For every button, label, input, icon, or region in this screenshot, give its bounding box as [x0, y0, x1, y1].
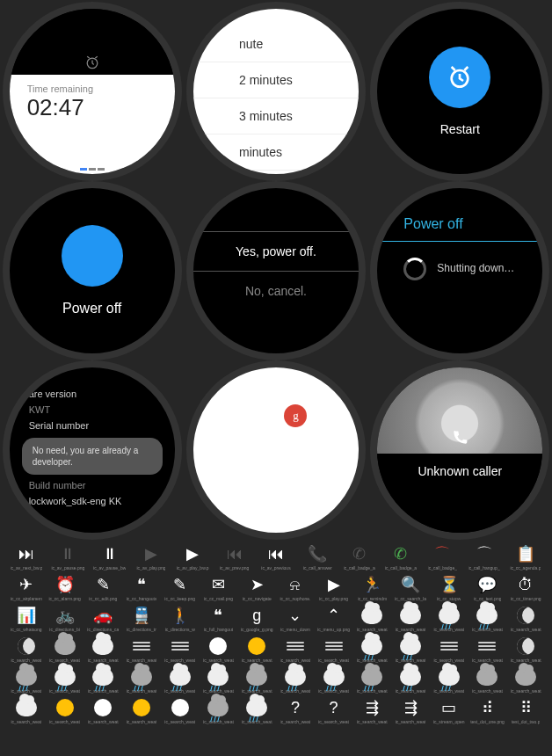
w-cloud2-icon[interactable]: ic_search_weat	[84, 636, 122, 663]
minute-option[interactable]: minutes	[193, 134, 359, 171]
google-badge[interactable]: g	[284, 404, 307, 427]
s9-icon[interactable]: ?ic_search_weat	[315, 697, 353, 724]
dot1-icon[interactable]: ⠾test_dot_one.png	[468, 697, 507, 724]
s3-icon[interactable]: ic_search_weat	[84, 697, 122, 724]
w-fog5-icon[interactable]: ic_search_weat	[430, 636, 468, 663]
r11-icon[interactable]: ic_search_weat	[391, 666, 430, 694]
hangout2-icon[interactable]: ❝ic_full_hangout	[200, 605, 238, 632]
shutdown-title: Power off	[377, 188, 542, 242]
s2-icon[interactable]: ic_search_weat	[46, 697, 84, 724]
w-moon2-icon[interactable]: ic_search_weat	[506, 636, 545, 663]
r12-icon[interactable]: ic_search_weat	[430, 666, 468, 694]
text-icon[interactable]: 💬ic_cc_text.png	[468, 574, 507, 601]
play-icon[interactable]: ▶ic_av_play_bw.p	[173, 543, 212, 571]
w-moon-icon[interactable]: ic_search_weat	[7, 636, 46, 663]
r4-icon[interactable]: ic_search_weat	[122, 666, 161, 694]
poweroff-button[interactable]	[62, 225, 123, 287]
call-badge-icon[interactable]: ✆ic_call_badge_a	[381, 543, 420, 571]
s8-icon[interactable]: ?ic_search_weat	[276, 697, 315, 724]
prev-icon[interactable]: ⏮ic_av_previous	[257, 543, 295, 571]
r6-icon[interactable]: ic_search_weat	[200, 666, 238, 694]
restart-button[interactable]	[429, 47, 490, 108]
call-badge-dim-icon[interactable]: ✆ic_call_badge_a	[340, 543, 379, 571]
confirm-yes-button[interactable]: Yes, power off.	[193, 231, 359, 272]
r13-icon[interactable]: ic_search_weat	[468, 666, 507, 694]
s1-icon[interactable]: ic_search_weat	[7, 697, 46, 724]
icon-filename: ic_cc_edit.png	[89, 596, 117, 601]
about-serial[interactable]: Serial number	[17, 417, 168, 434]
dot2-icon[interactable]: ⠿test_dot_two.p	[506, 697, 545, 724]
remind-icon[interactable]: 🏃ic_cc_remindm	[352, 574, 391, 601]
airplane-icon[interactable]: ✈ic_cc_airplanem	[7, 574, 46, 601]
r1-icon[interactable]: ic_search_weat	[7, 666, 46, 694]
s6-icon[interactable]: ic_search_weat	[200, 697, 238, 724]
w-fog6-icon[interactable]: ic_search_weat	[468, 636, 507, 663]
r10-icon[interactable]: ic_search_weat	[352, 666, 391, 694]
call-hangup-icon[interactable]: ⌒ic_call_badge_	[423, 543, 461, 571]
hangouts-icon[interactable]: ❝ic_cc_hangouts	[122, 574, 161, 601]
r3-icon[interactable]: ic_search_weat	[84, 666, 122, 694]
down-icon[interactable]: ⌄ic_menu_down	[276, 605, 315, 632]
agenda-icon[interactable]: 📋ic_cc_agenda.p	[506, 543, 545, 571]
transit-icon[interactable]: 🚆ic_directions_tr	[122, 605, 161, 632]
play-dim-icon[interactable]: ▶ic_av_play.png	[132, 543, 171, 571]
weather1-icon[interactable]: ic_search_weat	[352, 605, 391, 632]
whatsong-icon[interactable]: 📊ic_cc_whatsong	[7, 605, 46, 632]
edit-icon[interactable]: ✎ic_cc_edit.png	[84, 574, 122, 601]
alarm-icon[interactable]: ⏰ic_cc_alarm.png	[46, 574, 84, 601]
about-buildval[interactable]: lockwork_sdk-eng KK	[17, 492, 168, 510]
phone-icon[interactable]	[451, 429, 468, 447]
call-hangup-w-icon[interactable]: ⌒ic_call_hangup_	[465, 543, 504, 571]
r5-icon[interactable]: ic_search_weat	[161, 666, 200, 694]
stream-icon[interactable]: ▭ic_stream_open	[430, 697, 468, 724]
pause-icon[interactable]: ⏸ic_av_pause_bw	[91, 543, 129, 571]
r2-icon[interactable]: ic_search_weat	[46, 666, 84, 694]
weather3-icon[interactable]: ic_search_weat	[430, 605, 468, 632]
stopw-icon[interactable]: ⏳ic_cc_stopw	[430, 574, 468, 601]
wind2-icon[interactable]: ⇶ic_search_weat	[391, 697, 430, 724]
r14-icon[interactable]: ic_search_weat	[506, 666, 545, 694]
r8-icon[interactable]: ic_search_weat	[276, 666, 315, 694]
call-answer-icon[interactable]: 📞ic_call_answer	[298, 543, 337, 571]
keep-icon[interactable]: ✎ic_cc_keep.png	[161, 574, 200, 601]
w-circle-icon[interactable]: ic_search_weat	[200, 636, 238, 663]
w-fog4-icon[interactable]: ic_search_weat	[315, 636, 353, 663]
r9-icon[interactable]: ic_search_weat	[315, 666, 353, 694]
timer-icon[interactable]: ⏱ic_cc_timer.png	[506, 574, 545, 601]
w-cloud-icon[interactable]: ic_search_weat	[46, 636, 84, 663]
s4-icon[interactable]: ic_search_weat	[122, 697, 161, 724]
mail-icon[interactable]: ✉ic_cc_mail.png	[200, 574, 238, 601]
pause-dim-icon[interactable]: ⏸ic_av_pause.png	[48, 543, 87, 571]
play2-icon[interactable]: ▶ic_cc_play.png	[315, 574, 353, 601]
s7-icon[interactable]: ic_search_weat	[237, 697, 276, 724]
wind1-icon[interactable]: ⇶ic_search_weat	[352, 697, 391, 724]
search-icon[interactable]: 🔍ic_cc_search_la	[391, 574, 430, 601]
minute-option[interactable]: nute	[193, 26, 359, 62]
minute-option[interactable]: 2 minutes	[193, 62, 359, 98]
confirm-no-button[interactable]: No, cancel.	[193, 272, 359, 310]
weather4-icon[interactable]: ic_search_weat	[468, 605, 507, 632]
navigate-icon[interactable]: ➤ic_cc_navigate	[237, 574, 276, 601]
w-cr1-icon[interactable]: ic_search_weat	[352, 636, 391, 663]
nophone-icon[interactable]: ⍾ic_cc_nophone.	[276, 574, 315, 601]
w-fog-icon[interactable]: ic_search_weat	[122, 636, 161, 663]
google-icon[interactable]: gic_google_g.png	[237, 605, 276, 632]
w-sun-icon[interactable]: ic_search_weat	[237, 636, 276, 663]
s5-icon[interactable]: ic_search_weat	[161, 697, 200, 724]
r7-icon[interactable]: ic_search_weat	[237, 666, 276, 694]
next-icon[interactable]: ⏭ic_av_next_bw.p	[7, 543, 46, 571]
up-icon[interactable]: ⌃ic_menu_up.png	[315, 605, 353, 632]
prev-dim-icon[interactable]: ⏮ic_av_prev.png	[215, 543, 254, 571]
w-cr2-icon[interactable]: ic_search_weat	[391, 636, 430, 663]
w-fog3-icon[interactable]: ic_search_weat	[276, 636, 315, 663]
weather5-icon[interactable]: ic_search_weat	[506, 605, 545, 632]
car-icon[interactable]: 🚗ic_directions_ca	[84, 605, 122, 632]
watch-google[interactable]: g	[186, 360, 366, 540]
timer-card[interactable]: Time remaining 02:47	[10, 75, 175, 174]
w-fog2-icon[interactable]: ic_search_weat	[161, 636, 200, 663]
walk-icon[interactable]: 🚶ic_directions_w	[161, 605, 200, 632]
minute-list[interactable]: nute 2 minutes 3 minutes minutes	[193, 9, 359, 171]
minute-option[interactable]: 3 minutes	[193, 98, 359, 134]
weather2-icon[interactable]: ic_search_weat	[391, 605, 430, 632]
bike-icon[interactable]: 🚲ic_directions_bi	[46, 605, 84, 632]
